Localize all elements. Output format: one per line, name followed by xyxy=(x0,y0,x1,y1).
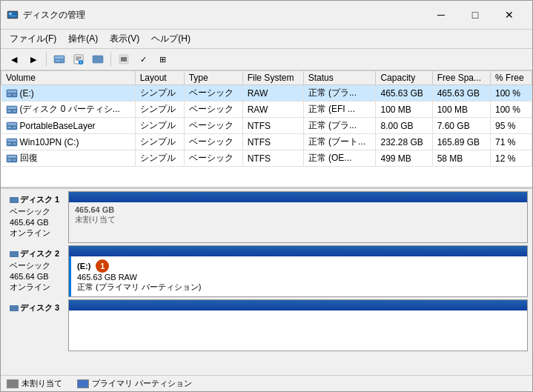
cell-capacity: 232.28 GB xyxy=(376,134,432,150)
cell-type: ベーシック xyxy=(184,102,242,118)
toolbar-btn-4[interactable] xyxy=(115,51,133,67)
partition-size: 465.63 GB RAW xyxy=(77,273,521,282)
volume-icon xyxy=(6,104,20,114)
partition-label: 未割り当て xyxy=(75,214,521,225)
disk-header-bar xyxy=(69,192,527,202)
forward-button[interactable]: ▶ xyxy=(24,51,42,67)
cell-filesystem: NTFS xyxy=(242,118,303,134)
col-header-percentfree[interactable]: % Free xyxy=(491,71,532,85)
table-row[interactable]: PortableBaseLayerシンプルベーシックNTFS正常 (プラ...8… xyxy=(1,118,532,134)
table-row[interactable]: (ディスク 0 パーティシ...シンプルベーシックRAW正常 (EFI ...1… xyxy=(1,102,532,118)
col-header-layout[interactable]: Layout xyxy=(135,71,184,85)
disk-size: 465.64 GB xyxy=(10,272,64,281)
minimize-button[interactable]: ─ xyxy=(424,4,458,26)
cell-volume: Win10JPN (C:) xyxy=(1,134,136,150)
col-header-type[interactable]: Type xyxy=(184,71,242,85)
disk-body-disk2[interactable]: (E:) 1 465.63 GB RAW 正常 (プライマリ パーティション) xyxy=(68,245,528,297)
menu-view[interactable]: 表示(V) xyxy=(104,31,145,47)
table-row[interactable]: 回復シンプルベーシックNTFS正常 (OE...499 MB58 MB12 % xyxy=(1,150,532,167)
partition-status: 正常 (プライマリ パーティション) xyxy=(77,282,521,293)
cell-volume: 回復 xyxy=(1,150,136,167)
window-controls: ─ □ ✕ xyxy=(424,4,526,26)
partition[interactable]: (E:) 1 465.63 GB RAW 正常 (プライマリ パーティション) xyxy=(69,256,527,296)
cell-volume: (E:) xyxy=(1,85,136,102)
svg-rect-39 xyxy=(10,197,19,203)
disk-label-disk2: ディスク 2ベーシック465.64 GBオンライン xyxy=(5,245,68,297)
toolbar-btn-6[interactable]: ⊞ xyxy=(153,51,171,67)
back-button[interactable]: ◀ xyxy=(5,51,23,67)
volume-icon xyxy=(6,121,20,131)
cell-capacity: 100 MB xyxy=(376,102,432,118)
app-icon xyxy=(7,9,19,21)
disk-icon xyxy=(53,54,65,64)
legend-box-unallocated xyxy=(7,379,19,388)
svg-rect-34 xyxy=(13,143,16,144)
cell-volume: (ディスク 0 パーティシ... xyxy=(1,102,136,118)
partition-empty xyxy=(69,310,527,351)
disk-row-disk3: ディスク 3 xyxy=(5,299,528,351)
cell-status: 正常 (プラ... xyxy=(303,118,376,134)
title-bar: ディスクの管理 ─ □ ✕ xyxy=(1,1,532,30)
disk-number: ディスク 3 xyxy=(10,302,64,313)
cell-filesystem: RAW xyxy=(242,102,303,118)
disk-label-disk1: ディスク 1ベーシック465.64 GBオンライン xyxy=(5,191,68,243)
col-header-filesystem[interactable]: File System xyxy=(242,71,303,85)
title-label: ディスクの管理 xyxy=(23,9,85,21)
svg-rect-38 xyxy=(13,159,16,161)
cell-layout: シンプル xyxy=(135,134,184,150)
status-bar: 未割り当て プライマリ パーティション xyxy=(1,375,532,391)
cell-freespace: 7.60 GB xyxy=(432,118,490,134)
col-header-capacity[interactable]: Capacity xyxy=(376,71,432,85)
toolbar-btn-3[interactable] xyxy=(89,51,107,67)
svg-rect-29 xyxy=(7,127,11,128)
menu-action[interactable]: 操作(A) xyxy=(62,31,104,47)
table-row[interactable]: Win10JPN (C:)シンプルベーシックNTFS正常 (ブート...232.… xyxy=(1,134,532,150)
menu-bar: ファイル(F) 操作(A) 表示(V) ヘルプ(H) xyxy=(1,30,532,49)
svg-rect-5 xyxy=(55,56,64,59)
cell-percentfree: 100 % xyxy=(491,102,532,118)
col-header-volume[interactable]: Volume xyxy=(1,71,136,85)
close-button[interactable]: ✕ xyxy=(492,4,526,26)
menu-help[interactable]: ヘルプ(H) xyxy=(145,31,196,47)
table-row[interactable]: (E:)シンプルベーシックRAW正常 (プラ...465.63 GB465.63… xyxy=(1,85,532,102)
svg-rect-40 xyxy=(10,251,19,257)
col-header-freespace[interactable]: Free Spa... xyxy=(432,71,490,85)
menu-file[interactable]: ファイル(F) xyxy=(4,31,62,47)
disk-body-disk3[interactable] xyxy=(68,299,528,351)
disk-size: 465.64 GB xyxy=(10,218,64,227)
toolbar-btn-2[interactable] xyxy=(70,51,87,67)
cell-layout: シンプル xyxy=(135,102,184,118)
svg-rect-14 xyxy=(93,56,103,63)
legend-label-primary: プライマリ パーティション xyxy=(92,378,192,389)
svg-rect-41 xyxy=(10,305,19,311)
disk-label-disk3: ディスク 3 xyxy=(5,299,68,351)
col-header-status[interactable]: Status xyxy=(303,71,376,85)
cell-status: 正常 (プラ... xyxy=(303,85,376,102)
svg-rect-37 xyxy=(7,159,11,161)
cell-percentfree: 12 % xyxy=(491,150,532,167)
disk-header-bar xyxy=(69,246,527,256)
toolbar-btn-1[interactable] xyxy=(50,51,68,67)
cell-percentfree: 71 % xyxy=(491,134,532,150)
cell-layout: シンプル xyxy=(135,85,184,102)
svg-rect-28 xyxy=(7,123,16,125)
disk-body-disk1[interactable]: 465.64 GB 未割り当て xyxy=(68,191,528,243)
cell-type: ベーシック xyxy=(184,150,242,167)
cell-volume: PortableBaseLayer xyxy=(1,118,136,134)
cell-filesystem: RAW xyxy=(242,85,303,102)
cell-type: ベーシック xyxy=(184,118,242,134)
disk-type: ベーシック xyxy=(10,260,64,271)
cell-freespace: 58 MB xyxy=(432,150,490,167)
menu-icon xyxy=(119,54,129,64)
volume-table: Volume Layout Type File System Status Ca… xyxy=(1,70,532,167)
cell-type: ベーシック xyxy=(184,134,242,150)
toolbar-btn-5[interactable]: ✓ xyxy=(134,51,152,67)
partition[interactable]: 465.64 GB 未割り当て xyxy=(69,202,527,242)
main-content: Volume Layout Type File System Status Ca… xyxy=(1,70,532,391)
disk-partitions: (E:) 1 465.63 GB RAW 正常 (プライマリ パーティション) xyxy=(69,256,527,296)
cell-capacity: 465.63 GB xyxy=(376,85,432,102)
svg-rect-32 xyxy=(7,139,16,142)
maximize-button[interactable]: □ xyxy=(458,4,492,26)
toolbar-separator-1 xyxy=(46,52,47,67)
legend-box-primary xyxy=(77,379,89,388)
